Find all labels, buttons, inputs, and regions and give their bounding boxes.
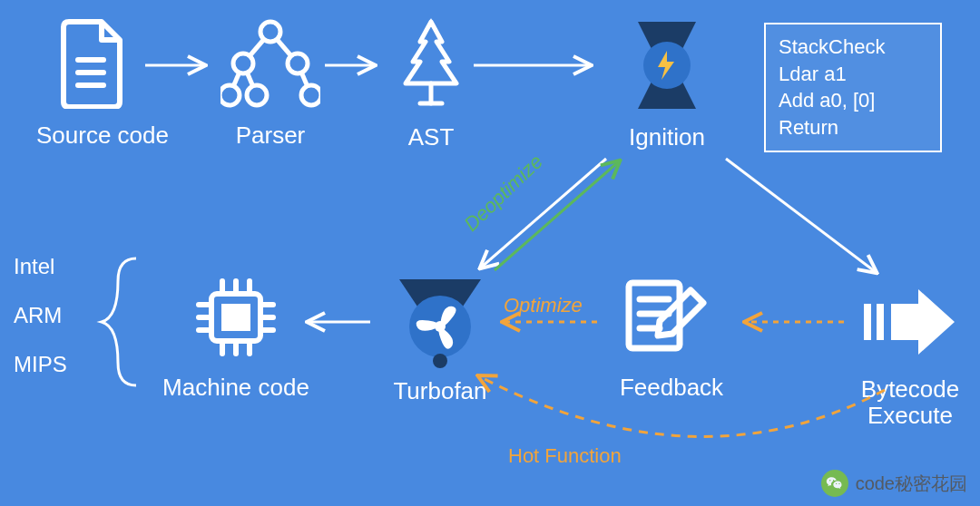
svg-line-43 [726,159,876,272]
turbofan-label: Turbofan [377,377,504,405]
svg-point-25 [433,354,447,368]
svg-point-13 [301,85,320,105]
watermark: code秘密花园 [821,470,967,497]
feedback-icon [603,272,740,363]
bytecode-execute-label: Bytecode Execute [851,376,969,428]
arch-mips: MIPS [14,352,67,377]
ast-icon [381,16,481,114]
watermark-text: code秘密花园 [856,472,967,496]
ast-label: AST [381,123,481,151]
machine-code-label: Machine code [150,374,322,402]
svg-rect-17 [864,304,871,340]
svg-point-10 [288,54,308,73]
deoptimize-label: Deoptimize [459,150,547,236]
ignition-codebox: StackCheck Ldar a1 Add a0, [0] Return [764,23,942,152]
svg-line-44 [481,159,606,268]
svg-rect-18 [877,304,884,340]
turbofan-icon [377,270,504,370]
svg-marker-15 [426,18,436,27]
ignition-icon [603,16,730,114]
arch-intel: Intel [14,254,67,279]
parser-label: Parser [216,122,325,150]
machine-code-icon [150,272,322,363]
hotfunction-label: Hot Function [508,444,622,468]
svg-point-9 [233,54,253,73]
svg-point-12 [247,85,267,105]
source-code-label: Source code [36,122,145,150]
ignition-label: Ignition [603,123,730,151]
arch-arm: ARM [14,303,67,328]
source-code-icon [36,18,145,109]
optimize-label: Optimize [504,294,583,317]
bytecode-execute-icon [851,277,969,367]
svg-line-45 [495,161,619,270]
arch-list: Intel ARM MIPS [14,230,67,401]
svg-point-8 [260,22,280,42]
svg-rect-27 [224,307,248,328]
svg-point-11 [220,85,240,105]
feedback-label: Feedback [603,374,740,402]
parser-icon [216,18,325,109]
wechat-icon [821,470,848,497]
